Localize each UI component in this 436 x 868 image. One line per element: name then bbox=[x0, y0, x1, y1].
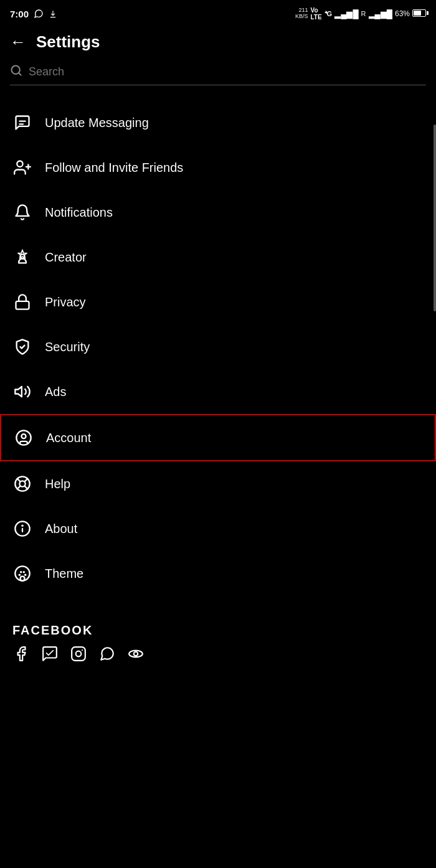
footer: FACEBOOK bbox=[0, 611, 436, 681]
creator-label: Creator bbox=[45, 250, 87, 265]
user-circle-icon bbox=[14, 428, 34, 448]
footer-social-icons bbox=[12, 645, 424, 663]
menu-item-security[interactable]: Security bbox=[0, 324, 436, 369]
security-label: Security bbox=[45, 340, 90, 354]
lock-icon bbox=[12, 292, 32, 312]
menu-item-creator[interactable]: Creator bbox=[0, 235, 436, 280]
svg-line-11 bbox=[17, 479, 21, 482]
svg-point-19 bbox=[19, 574, 21, 577]
svg-point-24 bbox=[76, 651, 82, 657]
signal-bars-2: ▂▄▆█ bbox=[369, 9, 392, 19]
menu-item-help[interactable]: Help bbox=[0, 461, 436, 506]
status-bar: 7:00 211 KB/S VoLTE ⁴G ▂▄▆█ R ▂▄▆█ 63% bbox=[0, 0, 436, 25]
theme-label: Theme bbox=[45, 567, 83, 581]
megaphone-icon bbox=[12, 382, 32, 402]
shield-check-icon bbox=[12, 337, 32, 357]
star-user-icon bbox=[12, 247, 32, 267]
bell-icon bbox=[12, 202, 32, 222]
follow-invite-label: Follow and Invite Friends bbox=[45, 161, 183, 175]
menu-item-privacy[interactable]: Privacy bbox=[0, 280, 436, 324]
menu-item-account[interactable]: Account bbox=[0, 414, 436, 461]
menu-item-about[interactable]: About bbox=[0, 506, 436, 551]
svg-rect-23 bbox=[72, 647, 85, 661]
svg-point-22 bbox=[24, 574, 27, 577]
back-button[interactable]: ← bbox=[10, 32, 26, 52]
menu-item-ads[interactable]: Ads bbox=[0, 369, 436, 414]
header: ← Settings bbox=[0, 25, 436, 64]
info-icon bbox=[12, 519, 32, 539]
privacy-label: Privacy bbox=[45, 295, 86, 309]
network-type: ⁴G bbox=[325, 10, 333, 18]
menu-item-theme[interactable]: Theme bbox=[0, 551, 436, 596]
svg-line-12 bbox=[24, 486, 27, 489]
menu-item-update-messaging[interactable]: Update Messaging bbox=[0, 100, 436, 145]
life-buoy-icon bbox=[12, 474, 32, 494]
menu-item-follow-invite[interactable]: Follow and Invite Friends bbox=[0, 145, 436, 190]
settings-menu: Update Messaging Follow and Invite Frien… bbox=[0, 95, 436, 601]
svg-point-20 bbox=[20, 571, 22, 573]
whatsapp-footer-icon bbox=[98, 645, 116, 663]
scroll-indicator[interactable] bbox=[434, 125, 436, 311]
user-plus-icon bbox=[12, 158, 32, 177]
status-time: 7:00 bbox=[10, 9, 29, 19]
menu-item-notifications[interactable]: Notifications bbox=[0, 190, 436, 235]
download-status-icon bbox=[49, 9, 57, 19]
search-icon bbox=[10, 64, 22, 80]
svg-point-18 bbox=[15, 566, 29, 580]
facebook-footer-icon bbox=[12, 645, 30, 663]
volte-icon: VoLTE bbox=[310, 7, 321, 21]
svg-point-2 bbox=[17, 161, 22, 167]
data-speed: 211 KB/S bbox=[295, 7, 308, 20]
footer-brand: FACEBOOK bbox=[12, 623, 424, 638]
svg-point-27 bbox=[134, 652, 138, 656]
oculus-footer-icon bbox=[127, 645, 145, 663]
svg-point-25 bbox=[82, 649, 83, 651]
messenger-footer-icon bbox=[41, 645, 59, 663]
svg-line-13 bbox=[24, 479, 27, 482]
svg-point-8 bbox=[22, 434, 26, 438]
svg-line-1 bbox=[19, 73, 21, 75]
message-circle-icon bbox=[12, 113, 32, 133]
update-messaging-label: Update Messaging bbox=[45, 116, 149, 130]
palette-icon bbox=[12, 564, 32, 583]
search-input[interactable] bbox=[29, 65, 426, 78]
status-left: 7:00 bbox=[10, 9, 57, 19]
battery-icon bbox=[412, 9, 426, 18]
roaming-indicator: R bbox=[361, 10, 366, 17]
signal-bars: ▂▄▆█ bbox=[334, 9, 358, 19]
page-title: Settings bbox=[36, 32, 100, 52]
instagram-footer-icon bbox=[70, 645, 87, 663]
svg-rect-6 bbox=[16, 301, 29, 309]
notifications-label: Notifications bbox=[45, 205, 113, 220]
about-label: About bbox=[45, 522, 77, 536]
svg-point-21 bbox=[23, 571, 26, 573]
search-bar[interactable] bbox=[10, 64, 426, 85]
search-container bbox=[0, 64, 436, 95]
status-right: 211 KB/S VoLTE ⁴G ▂▄▆█ R ▂▄▆█ 63% bbox=[295, 7, 426, 21]
battery-percent: 63% bbox=[395, 9, 410, 18]
whatsapp-status-icon bbox=[34, 9, 44, 19]
help-label: Help bbox=[45, 477, 70, 491]
account-label: Account bbox=[46, 431, 91, 445]
ads-label: Ads bbox=[45, 385, 66, 399]
svg-line-14 bbox=[17, 486, 21, 489]
